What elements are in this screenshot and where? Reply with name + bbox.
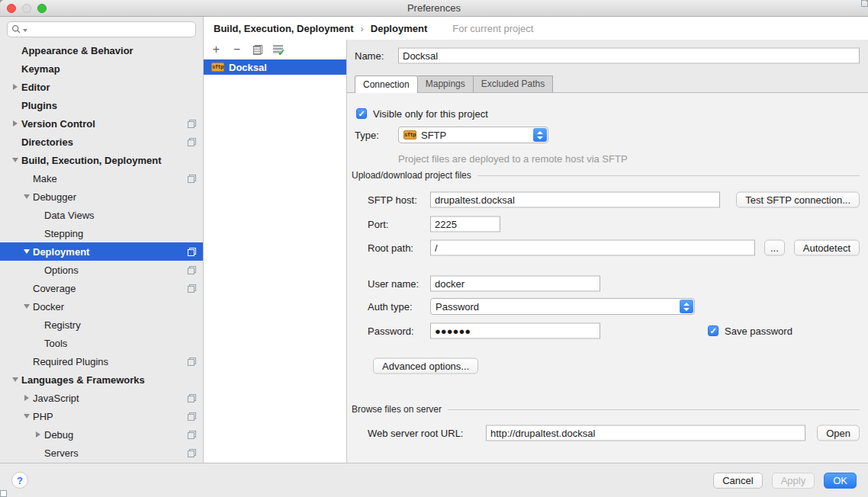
add-server-button[interactable]: + [211, 44, 222, 56]
web-root-input[interactable] [486, 425, 805, 441]
sftp-icon: sftp [403, 130, 416, 139]
sidebar-item-label: Editor [21, 82, 50, 93]
sidebar-item-debugger[interactable]: Debugger [0, 188, 203, 206]
sidebar-item-plugins[interactable]: Plugins [0, 96, 203, 114]
sidebar-item-build-execution-deployment[interactable]: Build, Execution, Deployment [0, 151, 203, 169]
per-project-icon [188, 120, 196, 128]
sidebar-item-options[interactable]: Options [0, 261, 203, 279]
settings-search-input[interactable] [7, 21, 196, 37]
open-button[interactable]: Open [817, 425, 860, 441]
tree-expanded-arrow-icon[interactable] [9, 158, 21, 162]
sidebar-item-docker[interactable]: Docker [0, 297, 203, 316]
tree-collapsed-arrow-icon[interactable] [9, 84, 21, 90]
per-project-icon [188, 431, 196, 439]
copy-icon [253, 45, 262, 55]
sidebar-item-tools[interactable]: Tools [0, 334, 203, 352]
tree-expanded-arrow-icon[interactable] [21, 414, 33, 418]
sidebar-item-editor[interactable]: Editor [0, 78, 203, 96]
visible-project-checkbox[interactable] [356, 108, 367, 119]
sidebar-item-version-control[interactable]: Version Control [0, 114, 203, 133]
tree-expanded-arrow-icon[interactable] [21, 304, 33, 309]
minimize-window-icon[interactable] [22, 4, 31, 13]
close-window-icon[interactable] [7, 4, 16, 13]
deployment-form-panel: Name: ConnectionMappingsExcluded Paths V… [347, 40, 868, 463]
settings-sidebar: Appearance & BehaviorKeymapEditorPlugins… [0, 17, 204, 463]
sidebar-item-keymap[interactable]: Keymap [0, 59, 203, 78]
save-password-label: Save password [725, 325, 792, 337]
ok-button[interactable]: OK [824, 473, 857, 489]
user-name-input[interactable] [430, 276, 600, 292]
visible-project-label: Visible only for this project [373, 108, 488, 120]
sidebar-item-servers[interactable]: Servers [0, 444, 203, 462]
titlebar: Preferences [0, 0, 868, 17]
select-stepper[interactable] [533, 128, 547, 142]
root-path-input[interactable] [430, 240, 755, 256]
sidebar-item-required-plugins[interactable]: Required Plugins [0, 352, 203, 370]
chevron-down-icon [537, 136, 543, 139]
chevron-down-icon [683, 308, 690, 311]
sidebar-item-label: PHP [33, 411, 53, 422]
sidebar-item-appearance-behavior[interactable]: Appearance & Behavior [0, 41, 203, 59]
traffic-lights [7, 4, 47, 13]
select-stepper[interactable] [680, 300, 693, 313]
name-input[interactable] [398, 48, 860, 64]
search-icon [11, 24, 21, 34]
server-item-label: Docksal [229, 62, 267, 73]
sidebar-item-deployment[interactable]: Deployment [0, 242, 203, 261]
password-input[interactable] [430, 323, 600, 339]
auth-type-select[interactable]: Password [430, 298, 695, 315]
apply-button[interactable]: Apply [772, 473, 815, 489]
sidebar-item-coverage[interactable]: Coverage [0, 279, 203, 297]
tree-collapsed-arrow-icon[interactable] [9, 120, 21, 127]
use-as-default-button[interactable] [272, 44, 284, 56]
search-options-caret-icon[interactable] [23, 29, 27, 32]
advanced-options-button[interactable]: Advanced options... [373, 358, 478, 374]
sidebar-item-label: Stepping [44, 228, 83, 239]
tab-connection[interactable]: Connection [355, 75, 418, 93]
tree-collapsed-arrow-icon[interactable] [32, 431, 44, 438]
tree-expanded-arrow-icon[interactable] [21, 249, 33, 254]
port-input[interactable] [430, 216, 500, 232]
password-label: Password: [368, 325, 414, 337]
copy-server-button[interactable] [252, 44, 263, 56]
browse-section-header: Browse files on server [352, 404, 860, 415]
sidebar-item-javascript[interactable]: JavaScript [0, 389, 203, 407]
sftp-host-input[interactable] [430, 192, 720, 208]
main-area: Build, Execution, Deployment › Deploymen… [204, 17, 868, 463]
tree-expanded-arrow-icon[interactable] [21, 194, 33, 199]
sidebar-item-label: Data Views [44, 210, 95, 221]
remove-server-button[interactable]: − [231, 44, 243, 56]
preferences-window: Preferences Appearance & BehaviorKeymapE… [0, 0, 868, 497]
save-password-checkbox[interactable] [708, 325, 719, 336]
server-list-item-docksal[interactable]: sftpDocksal [204, 59, 346, 75]
sidebar-item-label: Deployment [33, 246, 89, 258]
sidebar-item-debug[interactable]: Debug [0, 425, 203, 444]
cancel-button[interactable]: Cancel [713, 473, 762, 489]
upload-section-header: Upload/download project files [352, 170, 860, 181]
type-select[interactable]: sftp SFTP [398, 127, 548, 143]
browse-root-path-button[interactable]: ... [764, 240, 785, 256]
sidebar-item-languages-frameworks[interactable]: Languages & Frameworks [0, 370, 203, 389]
scope-indicator: For current project [439, 23, 533, 34]
tab-excluded-paths[interactable]: Excluded Paths [474, 75, 553, 92]
sidebar-item-directories[interactable]: Directories [0, 133, 203, 151]
sidebar-item-registry[interactable]: Registry [0, 316, 203, 334]
zoom-window-icon[interactable] [37, 4, 47, 13]
tree-expanded-arrow-icon[interactable] [9, 377, 21, 382]
sidebar-item-make[interactable]: Make [0, 169, 203, 188]
web-root-label: Web server root URL: [368, 428, 463, 439]
test-connection-button[interactable]: Test SFTP connection... [736, 192, 860, 208]
tree-collapsed-arrow-icon[interactable] [21, 395, 33, 401]
breadcrumb-section[interactable]: Build, Execution, Deployment [214, 23, 353, 34]
per-project-icon [188, 284, 196, 293]
autodetect-button[interactable]: Autodetect [794, 240, 860, 256]
server-list-panel: + − sftpDocksal [204, 40, 347, 463]
sidebar-item-stepping[interactable]: Stepping [0, 224, 203, 242]
help-button[interactable]: ? [11, 472, 28, 489]
sidebar-item-php[interactable]: PHP [0, 407, 203, 425]
sidebar-item-label: Make [33, 173, 57, 184]
sidebar-item-label: Plugins [21, 100, 57, 111]
sidebar-item-data-views[interactable]: Data Views [0, 206, 203, 224]
tab-mappings[interactable]: Mappings [418, 75, 474, 92]
section-divider [477, 175, 860, 176]
